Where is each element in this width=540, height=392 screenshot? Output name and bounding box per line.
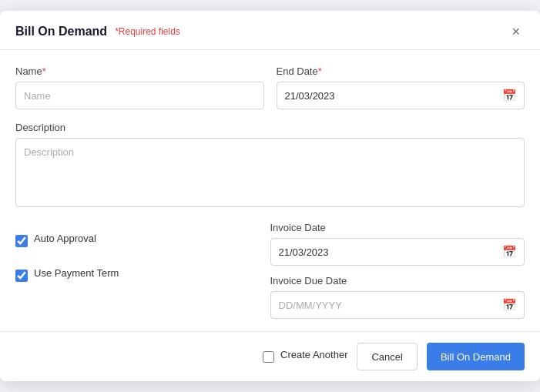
dates-col: Invoice Date 📅 Invoice Due Date 📅	[270, 222, 525, 319]
use-payment-term-checkbox[interactable]	[15, 270, 28, 282]
bill-on-demand-button[interactable]: Bill On Demand	[427, 343, 525, 370]
create-another-label[interactable]: Create Another	[280, 349, 347, 360]
auto-approval-checkbox[interactable]	[15, 235, 28, 247]
use-payment-term-row: Use Payment Term	[15, 267, 270, 283]
description-input[interactable]	[15, 138, 525, 207]
invoice-date-label: Invoice Date	[270, 222, 525, 233]
checkboxes-dates-row: Auto Approval Use Payment Term Invoice D…	[15, 222, 525, 319]
description-group: Description	[15, 122, 525, 209]
invoice-date-input-wrapper: 📅	[270, 238, 525, 266]
end-date-input[interactable]	[277, 82, 525, 109]
name-input[interactable]	[15, 82, 264, 109]
use-payment-term-label[interactable]: Use Payment Term	[34, 267, 119, 279]
invoice-date-group: Invoice Date 📅	[270, 222, 525, 266]
invoice-due-date-group: Invoice Due Date 📅	[270, 275, 525, 319]
modal-footer: Create Another Cancel Bill On Demand	[0, 331, 540, 381]
bill-on-demand-modal: Bill On Demand *Required fields × Name* …	[0, 11, 540, 381]
end-date-label: End Date*	[277, 65, 525, 77]
checkboxes-col: Auto Approval Use Payment Term	[15, 222, 270, 319]
cancel-button[interactable]: Cancel	[357, 343, 417, 370]
required-note: *Required fields	[115, 26, 180, 37]
modal-header: Bill On Demand *Required fields ×	[0, 11, 540, 50]
modal-title: Bill On Demand	[15, 25, 107, 39]
description-label: Description	[15, 122, 525, 133]
header-left: Bill On Demand *Required fields	[15, 25, 180, 39]
end-date-group: End Date* 📅	[277, 65, 525, 109]
create-another-group: Create Another	[263, 349, 347, 365]
create-another-checkbox[interactable]	[263, 351, 274, 363]
auto-approval-row: Auto Approval	[15, 233, 270, 249]
auto-approval-label[interactable]: Auto Approval	[34, 233, 96, 244]
invoice-date-input[interactable]	[270, 238, 525, 266]
invoice-due-date-input-wrapper: 📅	[270, 291, 525, 319]
name-group: Name*	[15, 65, 264, 109]
name-label: Name*	[15, 65, 264, 77]
invoice-due-date-input[interactable]	[270, 291, 525, 319]
modal-body: Name* End Date* 📅 Description	[0, 50, 540, 331]
invoice-due-date-label: Invoice Due Date	[270, 275, 525, 286]
end-date-input-wrapper: 📅	[277, 82, 525, 109]
close-button[interactable]: ×	[507, 23, 525, 40]
name-enddate-row: Name* End Date* 📅	[15, 65, 525, 109]
